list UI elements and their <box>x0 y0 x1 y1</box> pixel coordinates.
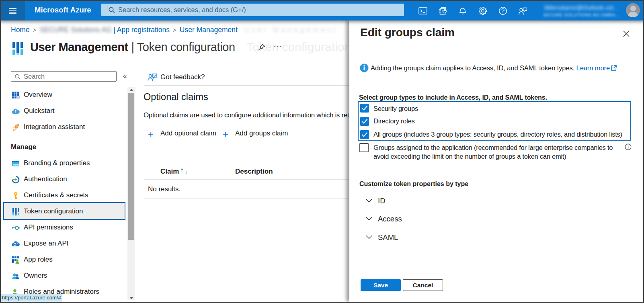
svg-text:www: www <box>12 163 19 166</box>
